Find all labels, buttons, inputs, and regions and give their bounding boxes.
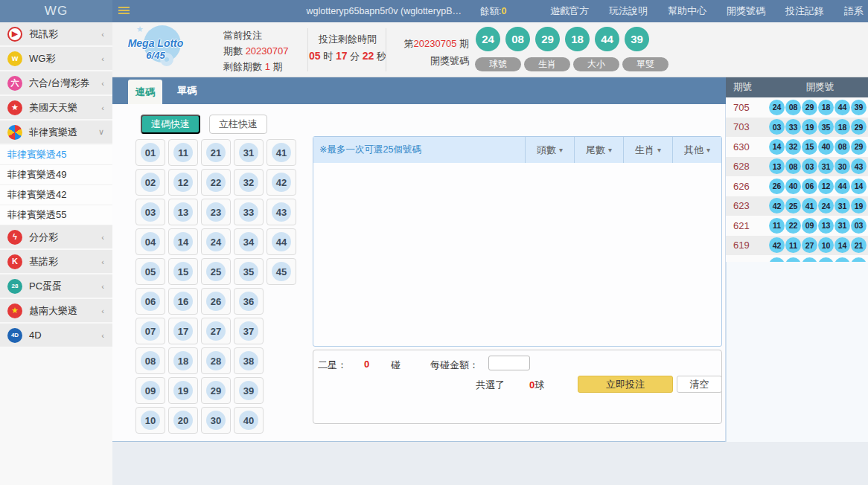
- number-cell[interactable]: 20: [168, 407, 198, 434]
- number-cell[interactable]: 23: [201, 199, 231, 225]
- tab-active[interactable]: 連碼: [128, 80, 162, 104]
- place-bet-button[interactable]: 立即投注: [578, 376, 673, 393]
- topnav-item[interactable]: 玩法說明: [609, 4, 648, 18]
- number-cell[interactable]: 08: [135, 347, 165, 374]
- sidebar-item[interactable]: ★越南大樂透‹: [0, 299, 112, 322]
- clear-button[interactable]: 清空: [677, 376, 722, 393]
- sidebar-subitem[interactable]: 菲律賓樂透55: [0, 205, 112, 225]
- chevron-left-icon: ‹: [101, 257, 104, 266]
- filter-dropdown[interactable]: 其他▾: [672, 137, 721, 163]
- number-cell[interactable]: 21: [201, 139, 231, 166]
- number-cell[interactable]: 22: [201, 169, 231, 196]
- number-label: 02: [141, 173, 160, 192]
- draw-ball: 31: [835, 218, 850, 234]
- tab-inactive[interactable]: 單碼: [173, 77, 201, 104]
- sidebar-item[interactable]: 六六合/台灣彩券‹: [0, 71, 112, 94]
- number-cell[interactable]: 38: [234, 347, 264, 374]
- number-cell[interactable]: 45: [267, 258, 296, 285]
- number-cell[interactable]: 15: [168, 258, 198, 285]
- draw-view-pill[interactable]: 生肖: [524, 57, 570, 71]
- number-cell[interactable]: 30: [201, 407, 231, 434]
- numbers-column-header: 開獎號: [772, 81, 868, 94]
- number-label: 25: [206, 262, 226, 281]
- menu-icon[interactable]: [118, 7, 130, 16]
- number-cell[interactable]: 05: [135, 258, 165, 285]
- number-cell[interactable]: 37: [234, 318, 264, 344]
- number-cell[interactable]: 31: [234, 139, 264, 166]
- topnav-item[interactable]: 投注記錄: [785, 4, 824, 18]
- number-cell[interactable]: 28: [201, 347, 231, 374]
- number-cell[interactable]: 32: [234, 169, 264, 196]
- number-cell[interactable]: 13: [168, 199, 198, 225]
- chevron-left-icon: ‹: [101, 54, 104, 63]
- number-cell[interactable]: 36: [234, 288, 264, 315]
- number-cell[interactable]: 27: [201, 318, 231, 344]
- 4d-icon: 4D: [7, 328, 22, 343]
- sidebar-item[interactable]: 菲律賓樂透∨: [0, 121, 112, 144]
- number-cell[interactable]: 17: [168, 318, 198, 344]
- sidebar-item[interactable]: ϟ分分彩‹: [0, 225, 112, 248]
- number-cell[interactable]: 04: [135, 228, 165, 255]
- filter-dropdown[interactable]: 生肖▾: [623, 137, 672, 163]
- number-cell[interactable]: 34: [234, 228, 264, 255]
- number-cell[interactable]: 24: [201, 228, 231, 255]
- draw-view-pill[interactable]: 單雙: [622, 57, 668, 71]
- sidebar-item[interactable]: 28PC蛋蛋‹: [0, 274, 112, 298]
- quick-button[interactable]: 立柱快速: [209, 115, 267, 134]
- sidebar-item[interactable]: ▶視訊彩‹: [0, 22, 112, 45]
- number-cell[interactable]: 16: [168, 288, 198, 315]
- number-cell[interactable]: 43: [267, 199, 296, 225]
- draw-history-header: 期號 開獎號: [726, 77, 868, 97]
- topnav-item[interactable]: 幫助中心: [668, 4, 706, 18]
- number-cell[interactable]: 39: [234, 377, 264, 404]
- number-cell[interactable]: 02: [135, 169, 165, 196]
- number-label: 15: [173, 262, 193, 281]
- number-cell[interactable]: 35: [234, 258, 264, 285]
- number-cell[interactable]: 25: [201, 258, 231, 285]
- sidebar-subitem[interactable]: 菲律賓樂透42: [0, 185, 112, 205]
- number-cell[interactable]: 10: [135, 407, 165, 434]
- filter-dropdown[interactable]: 尾數▾: [574, 137, 623, 163]
- draw-view-pill[interactable]: 球號: [475, 57, 521, 71]
- number-grid: 0102030405060708091011121314151617181920…: [135, 139, 296, 434]
- quick-button[interactable]: 連碼快速: [141, 115, 200, 134]
- number-cell[interactable]: 26: [201, 288, 231, 315]
- number-cell[interactable]: 11: [168, 139, 198, 166]
- number-cell[interactable]: 29: [201, 377, 231, 404]
- sidebar-item[interactable]: ★美國天天樂‹: [0, 96, 112, 119]
- number-cell[interactable]: 42: [267, 169, 296, 196]
- topnav-item[interactable]: 遊戲官方: [550, 4, 589, 18]
- sidebar-subitem[interactable]: 菲律賓樂透49: [0, 165, 112, 185]
- amount-input[interactable]: [488, 356, 530, 370]
- number-cell[interactable]: 14: [168, 228, 198, 255]
- sidebar-item[interactable]: 4D4D‹: [0, 324, 112, 347]
- number-cell[interactable]: 03: [135, 199, 165, 225]
- draw-view-pill[interactable]: 大小: [573, 57, 619, 71]
- caret-down-icon: ▾: [608, 146, 612, 154]
- sidebar-subitem[interactable]: 菲律賓樂透45: [0, 145, 112, 165]
- filter-dropdown[interactable]: 頭數▾: [525, 137, 574, 163]
- sidebar-item[interactable]: wWG彩‹: [0, 47, 112, 70]
- number-cell[interactable]: 07: [135, 318, 165, 344]
- number-cell[interactable]: 33: [234, 199, 264, 225]
- username[interactable]: wglotteryp65bapn5r0v (wglotterypB…: [307, 0, 462, 22]
- topnav-item[interactable]: 語系: [844, 4, 864, 18]
- number-cell[interactable]: 09: [135, 377, 165, 404]
- number-cell[interactable]: 40: [234, 407, 264, 434]
- number-label: 37: [239, 321, 258, 341]
- sidebar-item[interactable]: K基諾彩‹: [0, 250, 112, 273]
- topnav-item[interactable]: 開獎號碼: [727, 4, 765, 18]
- draw-ball: 40: [818, 139, 834, 155]
- number-cell[interactable]: 01: [135, 139, 165, 166]
- number-label: 40: [239, 411, 258, 430]
- lottery-page: WG wglotteryp65bapn5r0v (wglotterypB… 餘額…: [0, 0, 868, 485]
- number-cell[interactable]: 19: [168, 377, 198, 404]
- number-cell[interactable]: 06: [135, 288, 165, 315]
- number-label: 23: [206, 202, 226, 222]
- draw-history-table: 期號 開獎號 705240829184439703033319351829630…: [726, 77, 868, 262]
- draw-ball: 39: [851, 100, 867, 115]
- number-cell[interactable]: 41: [267, 139, 296, 166]
- number-cell[interactable]: 12: [168, 169, 198, 196]
- number-cell[interactable]: 18: [168, 347, 198, 374]
- number-cell[interactable]: 44: [267, 228, 296, 255]
